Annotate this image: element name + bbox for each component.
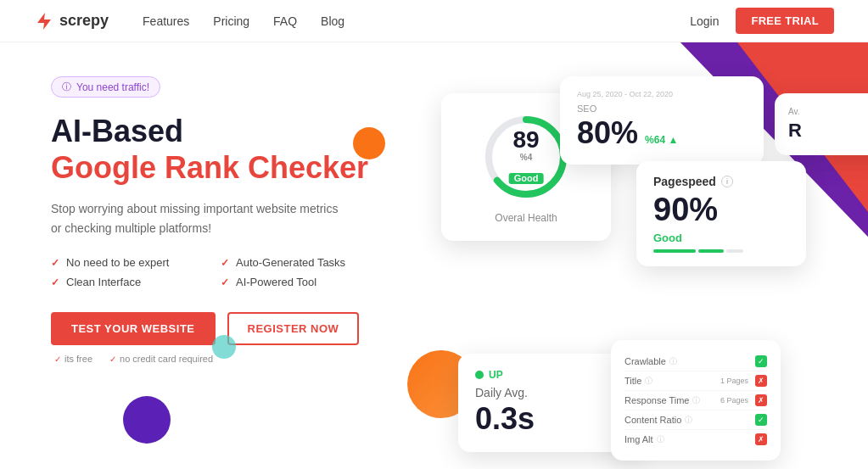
daily-value: 0.3s bbox=[475, 401, 628, 437]
hero-title-line1: AI-Based bbox=[51, 113, 373, 149]
seo-delta: %64 ▲ bbox=[645, 134, 678, 146]
tech-row-imgalt: Img Alt ⓘ ✗ bbox=[624, 430, 767, 449]
hint-check-2: ✓ bbox=[109, 355, 116, 364]
tech-response-right: 6 Pages ✗ bbox=[720, 394, 767, 406]
tech-row-response: Response Time ⓘ 6 Pages ✗ bbox=[624, 391, 767, 410]
tech-row-content: Content Ratio ⓘ ✓ bbox=[624, 410, 767, 430]
check-icon-4: ✓ bbox=[221, 276, 229, 288]
tech-status-response: ✗ bbox=[755, 394, 767, 406]
logo[interactable]: screpy bbox=[34, 11, 109, 31]
feature-item-1: ✓ No need to be expert bbox=[51, 256, 204, 269]
tech-label-content: Content Ratio ⓘ bbox=[624, 415, 692, 426]
progress-seg bbox=[698, 249, 724, 253]
info-badge-icon: ⓘ bbox=[62, 81, 71, 93]
seo-value-row: 80% %64 ▲ bbox=[577, 115, 747, 151]
tech-row-title: Title ⓘ 1 Pages ✗ bbox=[624, 371, 767, 391]
gauge-sub: %4 bbox=[509, 154, 544, 162]
feature-item-3: ✓ Clean Interface bbox=[51, 276, 204, 288]
progress-seg-empty bbox=[726, 249, 743, 253]
health-label: Overal Health bbox=[458, 212, 594, 224]
logo-text: screpy bbox=[59, 12, 109, 30]
hint-free: ✓ its free bbox=[54, 354, 92, 364]
hero-title-line2: Google Rank Checker bbox=[51, 149, 373, 186]
tech-info-icon: ⓘ bbox=[669, 356, 677, 367]
seo-label: SEO bbox=[577, 103, 747, 114]
tech-info-icon: ⓘ bbox=[657, 434, 664, 445]
navbar: screpy Features Pricing FAQ Blog Login F… bbox=[0, 0, 868, 42]
nav-faq[interactable]: FAQ bbox=[273, 14, 297, 28]
up-dot bbox=[475, 371, 484, 379]
main-content: ⓘ You need traffic! AI-Based Google Rank… bbox=[0, 42, 868, 469]
partial-card-right: Av. R bbox=[775, 93, 868, 155]
tech-info-icon: ⓘ bbox=[685, 415, 692, 426]
cta-buttons: TEST YOUR WEBSITE REGISTER NOW bbox=[51, 312, 373, 345]
tech-label-imgalt: Img Alt ⓘ bbox=[624, 434, 664, 445]
partial-card-title: R bbox=[788, 120, 868, 142]
feature-item-4: ✓ AI-Powered Tool bbox=[221, 276, 373, 288]
tech-title-right: 1 Pages ✗ bbox=[720, 375, 767, 387]
tech-label-crawlable: Crawlable ⓘ bbox=[624, 356, 677, 367]
feature-label-1: No need to be expert bbox=[66, 256, 169, 269]
decorative-circle-teal bbox=[212, 335, 236, 359]
seo-card: Aug 25, 2020 - Oct 22, 2020 SEO 80% %64 … bbox=[560, 76, 764, 165]
nav-actions: Login FREE TRIAL bbox=[690, 8, 834, 34]
seo-value: 80% bbox=[577, 115, 638, 151]
register-now-button[interactable]: REGISTER NOW bbox=[227, 312, 360, 345]
progress-row-1 bbox=[653, 249, 789, 253]
hero-section: ⓘ You need traffic! AI-Based Google Rank… bbox=[0, 42, 407, 469]
decorative-circle-orange bbox=[353, 127, 385, 159]
hint-text-2: no credit card required bbox=[120, 354, 213, 364]
check-icon-2: ✓ bbox=[221, 257, 229, 269]
gauge-status: Good bbox=[509, 173, 544, 184]
free-trial-button[interactable]: FREE TRIAL bbox=[736, 8, 834, 34]
gauge-container: 89 %4 Good bbox=[479, 110, 573, 204]
tech-info-icon: ⓘ bbox=[645, 376, 652, 387]
up-badge: UP bbox=[475, 369, 628, 381]
logo-icon bbox=[34, 11, 54, 31]
feature-label-4: AI-Powered Tool bbox=[236, 276, 316, 288]
tech-pages-response: 6 Pages bbox=[720, 396, 748, 405]
up-text: UP bbox=[489, 369, 503, 381]
nav-blog[interactable]: Blog bbox=[321, 14, 344, 28]
cards-area: 89 %4 Good Overal Health Aug 25, 2020 - … bbox=[407, 42, 868, 469]
tech-status-title: ✗ bbox=[755, 375, 767, 387]
pagespeed-title: Pagespeed bbox=[653, 175, 716, 188]
tech-status-content: ✓ bbox=[755, 414, 767, 426]
tech-label-title: Title ⓘ bbox=[624, 376, 652, 387]
pagespeed-info-icon: i bbox=[721, 176, 733, 187]
pagespeed-card: Pagespeed i 90% Good bbox=[636, 161, 806, 266]
cta-hints: ✓ its free ✓ no credit card required bbox=[51, 354, 373, 364]
tech-status-imgalt: ✗ bbox=[755, 433, 767, 445]
login-button[interactable]: Login bbox=[690, 14, 719, 28]
technical-card: Crawlable ⓘ ✓ Title ⓘ 1 Pages ✗ Response… bbox=[611, 340, 781, 461]
nav-links: Features Pricing FAQ Blog bbox=[143, 14, 690, 28]
feature-item-2: ✓ Auto-Generated Tasks bbox=[221, 256, 373, 269]
hint-check-1: ✓ bbox=[54, 355, 61, 364]
feature-label-2: Auto-Generated Tasks bbox=[236, 256, 345, 269]
nav-features[interactable]: Features bbox=[143, 14, 189, 28]
tech-status-crawlable: ✓ bbox=[755, 355, 767, 367]
hint-text-1: its free bbox=[64, 354, 92, 364]
daily-label: Daily Avg. bbox=[475, 386, 628, 399]
partial-card-label: Av. bbox=[788, 107, 868, 116]
tech-pages-title: 1 Pages bbox=[720, 377, 748, 385]
hero-description: Stop worrying about missing important we… bbox=[51, 199, 348, 237]
check-icon-1: ✓ bbox=[51, 257, 59, 269]
seo-date: Aug 25, 2020 - Oct 22, 2020 bbox=[577, 90, 747, 98]
tech-label-response: Response Time ⓘ bbox=[624, 395, 700, 406]
progress-seg bbox=[653, 249, 696, 253]
pagespeed-value: 90% bbox=[653, 192, 789, 228]
decorative-circle-purple bbox=[123, 396, 171, 444]
tech-info-icon: ⓘ bbox=[692, 395, 700, 406]
gauge-value: 89 %4 Good bbox=[509, 128, 544, 186]
feature-label-3: Clean Interface bbox=[66, 276, 141, 288]
features-list: ✓ No need to be expert ✓ Auto-Generated … bbox=[51, 256, 373, 288]
nav-pricing[interactable]: Pricing bbox=[213, 14, 249, 28]
check-icon-3: ✓ bbox=[51, 276, 59, 288]
pagespeed-status: Good bbox=[653, 232, 789, 244]
hint-no-card: ✓ no credit card required bbox=[109, 354, 213, 364]
tech-row-crawlable: Crawlable ⓘ ✓ bbox=[624, 352, 767, 371]
test-website-button[interactable]: TEST YOUR WEBSITE bbox=[51, 312, 216, 345]
pagespeed-progress-bars bbox=[653, 249, 789, 253]
traffic-badge-text: You need traffic! bbox=[76, 81, 149, 93]
